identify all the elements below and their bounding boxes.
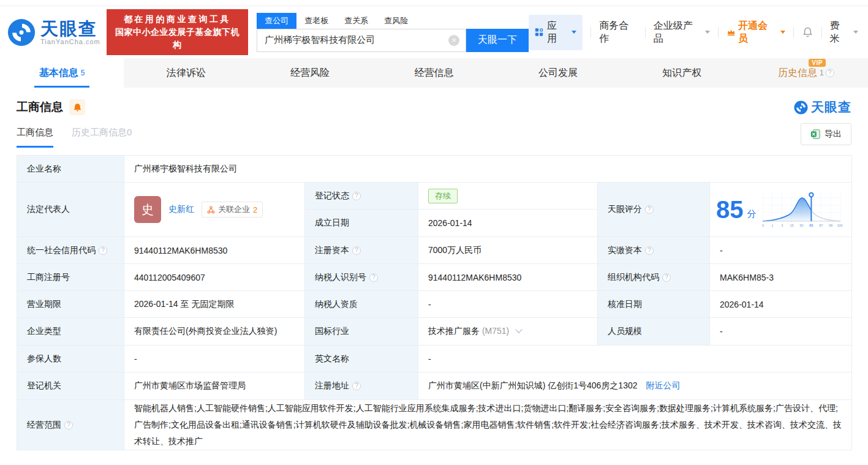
tab-label: 知识产权 <box>662 67 701 80</box>
business-info-table: 企业名称 广州稀宇极智科技有限公司 法定代表人 史 史新红 关联企业 2 <box>17 155 852 450</box>
field-org-code-value: MAK6HM85-3 <box>710 264 852 291</box>
search-block: 查公司 查老板 查关系 查风险 × 天眼一下 <box>257 13 529 52</box>
section-title: 工商信息 <box>17 99 63 115</box>
excel-icon <box>810 129 820 139</box>
tab-label: 公司发展 <box>538 67 578 80</box>
chevron-down-icon <box>705 31 710 34</box>
field-company-type-label: 企业类型 <box>17 318 124 346</box>
field-legal-rep-label: 法定代表人 <box>17 183 124 237</box>
score-distribution-chart: 0 1 3 15 50 85 97 99 100 <box>760 191 843 229</box>
svg-text:1: 1 <box>771 224 773 227</box>
vip-badge: VIP <box>809 59 826 67</box>
help-icon[interactable]: ? <box>99 246 107 255</box>
tab-history-info[interactable]: 历史信息 VIP 1 ? <box>744 58 868 88</box>
tianyancha-logo[interactable]: 天眼查 TianYanCha.com <box>7 18 100 47</box>
help-icon[interactable]: ? <box>64 421 73 429</box>
chevron-down-icon[interactable] <box>515 326 522 333</box>
tab-label: 历史信息 <box>778 67 817 78</box>
field-reg-authority-value: 广州市黄埔区市场监督管理局 <box>124 372 305 400</box>
logo-title: 天眼查 <box>40 20 100 38</box>
table-row: 经营范围? 智能机器人销售;人工智能硬件销售;人工智能应用软件开发;人工智能行业… <box>17 400 852 450</box>
enterprise-products-menu[interactable]: 企业级产品 <box>654 20 710 45</box>
tab-company-development[interactable]: 公司发展 <box>496 58 620 88</box>
field-company-name-label: 企业名称 <box>17 156 124 183</box>
field-score-label: 天眼评分? <box>598 183 710 237</box>
field-business-scope-value: 智能机器人销售;人工智能硬件销售;人工智能应用软件开发;人工智能行业应用系统集成… <box>124 400 852 450</box>
tab-intellectual-property[interactable]: 知识产权 <box>620 58 744 88</box>
search-button[interactable]: 天眼一下 <box>466 29 529 52</box>
status-badge: 存续 <box>428 189 458 203</box>
help-icon[interactable]: ? <box>662 273 671 282</box>
svg-text:0: 0 <box>761 224 763 227</box>
table-row: 登记机关 广州市黄埔区市场监督管理局 注册地址? 广州市黄埔区(中新广州知识城)… <box>17 372 852 400</box>
divider <box>821 27 822 38</box>
score-unit: 分 <box>747 208 757 220</box>
divider <box>718 27 719 38</box>
field-reg-capital-label: 注册资本? <box>305 237 418 264</box>
subscribe-bell-icon[interactable] <box>69 99 85 115</box>
crown-icon <box>726 28 736 37</box>
related-companies-badge[interactable]: 关联企业 2 <box>202 202 263 217</box>
field-insured-count-label: 参保人数 <box>17 346 124 372</box>
tab-basic-info[interactable]: 基本信息 5 <box>0 58 124 88</box>
logo-domain: TianYanCha.com <box>40 38 100 45</box>
table-row: 营业期限 2026-01-14 至 无固定期限 纳税人资质 - 核准日期 202… <box>17 291 852 318</box>
help-icon[interactable]: ? <box>645 246 654 255</box>
search-tab-boss[interactable]: 查老板 <box>296 13 336 29</box>
divider <box>591 27 591 38</box>
field-reg-address-label: 注册地址? <box>305 372 418 400</box>
subtab-business-info[interactable]: 工商信息 <box>17 127 53 148</box>
field-org-code-label: 组织机构代码? <box>598 264 710 291</box>
clear-icon[interactable]: × <box>448 35 459 46</box>
banner-line1: 都在用的商业查询工具 <box>113 13 243 26</box>
notification-bell-icon[interactable] <box>802 26 813 38</box>
svg-text:100: 100 <box>837 224 842 227</box>
help-icon[interactable]: ? <box>826 69 834 77</box>
legal-rep-link[interactable]: 史新红 <box>168 204 194 215</box>
business-info-section: 工商信息 天眼查 工商信息 历史工商信息0 <box>0 99 868 450</box>
field-reg-number-label: 工商注册号 <box>17 264 124 291</box>
field-reg-authority-label: 登记机关 <box>17 372 124 400</box>
field-english-name-label: 英文名称 <box>305 346 418 372</box>
field-industry-value[interactable]: 技术推广服务 (M751) <box>418 318 598 346</box>
chevron-down-icon <box>572 31 576 34</box>
search-tab-risk[interactable]: 查风险 <box>376 13 416 29</box>
table-row: 企业类型 有限责任公司(外商投资企业法人独资) 国标行业 技术推广服务 (M75… <box>17 318 852 346</box>
score-marker <box>809 193 813 197</box>
chevron-down-icon <box>780 31 785 34</box>
user-menu[interactable]: 费米 <box>830 20 858 45</box>
field-credit-code-value: 91440112MAK6HM8530 <box>124 237 305 264</box>
subtab-history-business-info[interactable]: 历史工商信息0 <box>72 127 132 148</box>
tab-label: 经营风险 <box>290 67 330 80</box>
field-taxpayer-id-label: 纳税人识别号? <box>305 264 418 291</box>
business-cooperation-link[interactable]: 商务合作 <box>599 20 637 45</box>
export-button[interactable]: 导出 <box>801 123 851 145</box>
apps-menu[interactable]: 应用 <box>529 15 583 50</box>
field-taxpayer-id-value: 91440112MAK6HM8530 <box>418 264 598 291</box>
apps-label: 应用 <box>547 20 565 45</box>
vip-upgrade-link[interactable]: 开通会员 <box>726 20 785 45</box>
search-tabs: 查公司 查老板 查关系 查风险 <box>257 13 529 29</box>
table-row: 企业名称 广州稀宇极智科技有限公司 <box>17 156 852 183</box>
svg-text:15: 15 <box>790 224 793 227</box>
field-english-name-value: - <box>418 346 852 372</box>
search-input[interactable] <box>257 29 466 51</box>
table-row: 法定代表人 史 史新红 关联企业 2 登记状态? <box>17 183 852 210</box>
help-icon[interactable]: ? <box>369 273 378 282</box>
tab-operating-risk[interactable]: 经营风险 <box>248 58 372 88</box>
help-icon[interactable]: ? <box>352 246 361 255</box>
help-icon[interactable]: ? <box>645 205 654 214</box>
search-tab-company[interactable]: 查公司 <box>257 13 296 29</box>
field-staff-size-value: - <box>710 318 852 346</box>
nearby-companies-link[interactable]: 附近公司 <box>646 380 680 390</box>
field-paid-capital-value: - <box>710 237 852 264</box>
field-paid-capital-label: 实缴资本? <box>598 237 710 264</box>
tab-operating-info[interactable]: 经营信息 <box>372 58 496 88</box>
legal-rep-avatar[interactable]: 史 <box>134 196 161 223</box>
org-chart-icon <box>207 206 215 214</box>
tab-legal-litigation[interactable]: 法律诉讼 <box>124 58 247 88</box>
help-icon[interactable]: ? <box>352 382 361 390</box>
help-icon[interactable]: ? <box>352 192 361 200</box>
tab-count: 5 <box>81 69 85 77</box>
search-tab-relation[interactable]: 查关系 <box>336 13 376 29</box>
